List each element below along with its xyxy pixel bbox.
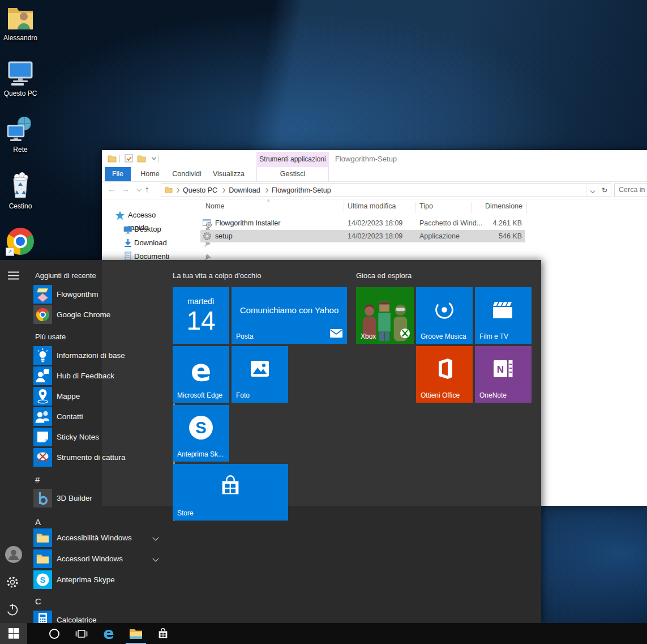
app-item-sticky-notes[interactable]: Sticky Notes [33, 428, 174, 446]
section-letter-hash[interactable]: # [35, 475, 40, 484]
tile-posta[interactable]: Comunichiamo con Yahoo Posta [232, 287, 347, 344]
sidebar-item-desktop[interactable]: Desktop [123, 223, 197, 236]
quick-access-folder-icon[interactable] [108, 154, 117, 165]
app-item-accessibilita-windows[interactable]: Accessibilità Windows [33, 528, 174, 547]
breadcrumb-download[interactable]: Download [228, 186, 262, 194]
desktop-icon-label: Questo PC [0, 89, 41, 97]
taskbar-edge-button[interactable]: e [95, 623, 122, 644]
tile-microsoft-edge[interactable]: e Microsoft Edge [173, 346, 229, 403]
sidebar-item-download[interactable]: Download [123, 237, 197, 249]
tab-visualizza[interactable]: Visualizza [211, 167, 247, 181]
quick-access-properties-icon[interactable] [125, 154, 134, 165]
app-item-calcolatrice[interactable]: Calcolatrice [33, 611, 174, 623]
search-input[interactable] [615, 184, 647, 195]
up-icon[interactable]: ↑ [145, 184, 149, 194]
breadcrumb-chevron-icon[interactable] [221, 188, 225, 193]
app-item-hub-di-feedback[interactable]: Hub di Feedback [33, 366, 174, 385]
cortana-button[interactable] [41, 623, 68, 644]
column-divider[interactable] [471, 202, 472, 213]
file-type: Applicazione [419, 230, 460, 242]
tile-label: Store [177, 509, 194, 517]
tile-film-e-tv[interactable]: Film e TV [475, 287, 532, 344]
tab-file[interactable]: File [105, 167, 131, 181]
taskbar-file-explorer-button[interactable] [122, 623, 149, 644]
sticky-note-icon [33, 428, 52, 446]
app-item-mappe[interactable]: Mappe [33, 387, 174, 406]
breadcrumb-chevron-icon[interactable] [175, 188, 179, 193]
app-item-anteprima-skype[interactable]: S Anteprima Skype [33, 570, 174, 589]
file-size: 4.261 KB [493, 217, 522, 229]
3d-builder-icon [33, 489, 52, 507]
calculator-icon [33, 611, 52, 623]
tile-store[interactable]: Store [173, 464, 288, 521]
snipping-tool-icon [33, 448, 52, 467]
start-button[interactable] [0, 623, 27, 644]
file-row-flowgorithm-installer[interactable]: Flowgorithm Installer 14/02/2023 18:09 P… [200, 217, 525, 229]
app-item-accessori-windows[interactable]: Accessori Windows [33, 549, 174, 568]
section-letter-c[interactable]: C [35, 596, 41, 606]
desktop-icon-this-pc[interactable]: Questo PC [0, 60, 41, 97]
app-item-google-chrome[interactable]: Google Chrome [33, 305, 174, 324]
column-header-dimensione[interactable]: Dimensione [475, 200, 522, 212]
app-item-informazioni-di-base[interactable]: Informazioni di base [33, 346, 174, 365]
hamburger-menu-button[interactable] [0, 266, 27, 291]
column-header-nome[interactable]: Nome [205, 200, 224, 212]
desktop-icon-user-folder[interactable]: Alessandro [0, 5, 41, 42]
tile-anteprima-skype[interactable]: S Anteprima Sk... [173, 405, 229, 462]
tile-groove-musica[interactable]: Groove Musica [416, 287, 473, 344]
tab-home[interactable]: Home [136, 167, 164, 181]
app-item-label: 3D Builder [57, 489, 92, 507]
column-header-ultima-modifica[interactable]: Ultima modifica [348, 200, 396, 212]
recent-locations-chevron-icon[interactable] [137, 187, 142, 191]
file-name: setup [215, 230, 233, 242]
user-account-button[interactable] [0, 542, 27, 567]
tab-condividi[interactable]: Condividi [169, 167, 205, 181]
shortcut-arrow-icon: ↗ [6, 248, 14, 256]
lightbulb-icon [33, 346, 52, 365]
tile-foto[interactable]: Foto [232, 346, 288, 403]
search-box[interactable] [614, 184, 647, 197]
app-item-3d-builder[interactable]: 3D Builder [33, 489, 174, 507]
app-item-flowgorithm[interactable]: Flowgorithm [33, 285, 174, 304]
settings-button[interactable] [0, 570, 27, 595]
tile-calendario[interactable]: martedì 14 [173, 287, 229, 344]
tile-xbox[interactable]: Xbox [356, 287, 414, 344]
tile-onenote[interactable]: N OneNote [475, 346, 532, 403]
recycle-bin-icon [7, 191, 34, 201]
forward-icon[interactable]: → [121, 184, 130, 194]
file-name: Flowgorithm Installer [215, 217, 280, 229]
column-divider[interactable] [526, 202, 527, 213]
back-icon[interactable]: ← [108, 184, 116, 194]
tile-label: Microsoft Edge [177, 391, 222, 399]
breadcrumb-chevron-icon[interactable] [263, 188, 268, 193]
file-modified: 14/02/2023 18:09 [348, 217, 402, 229]
chevron-down-icon[interactable] [152, 555, 158, 561]
file-row-setup[interactable]: setup 14/02/2023 18:09 Applicazione 546 … [200, 230, 525, 242]
desktop-icon-recycle-bin[interactable]: Cestino [0, 172, 41, 210]
column-divider[interactable] [344, 202, 344, 213]
taskbar-store-button[interactable] [149, 623, 177, 644]
breadcrumb-this-pc[interactable]: Questo PC [182, 186, 218, 194]
power-button[interactable] [0, 598, 27, 622]
app-item-contatti[interactable]: Contatti [33, 407, 174, 426]
address-dropdown-button[interactable] [586, 184, 598, 197]
column-divider[interactable] [415, 202, 416, 213]
breadcrumb[interactable]: Questo PC Download Flowgorithm-Setup ↻ [161, 184, 611, 197]
tile-ottieni-office[interactable]: Ottieni Office [416, 346, 473, 403]
quick-access-customize-chevron-icon[interactable] [152, 155, 156, 160]
toolbar-separator [158, 155, 158, 163]
section-letter-a[interactable]: A [35, 517, 41, 527]
desktop-icon-label: Rete [0, 146, 41, 153]
column-header-tipo[interactable]: Tipo [419, 200, 433, 212]
desktop-icon-network[interactable]: Rete [0, 115, 41, 153]
quick-access-new-folder-icon[interactable] [137, 154, 146, 165]
task-view-button[interactable] [68, 623, 95, 644]
quick-access-star-icon [115, 211, 125, 224]
cortana-circle-icon [49, 628, 60, 639]
chevron-down-icon[interactable] [152, 534, 158, 540]
app-item-strumento-di-cattura[interactable]: Strumento di cattura [33, 448, 174, 467]
desktop-icon-chrome-shortcut[interactable]: ↗ [0, 228, 41, 257]
breadcrumb-current-folder[interactable]: Flowgorithm-Setup [271, 186, 332, 194]
refresh-button[interactable]: ↻ [598, 184, 611, 197]
tab-gestisci[interactable]: Gestisci [256, 167, 329, 181]
